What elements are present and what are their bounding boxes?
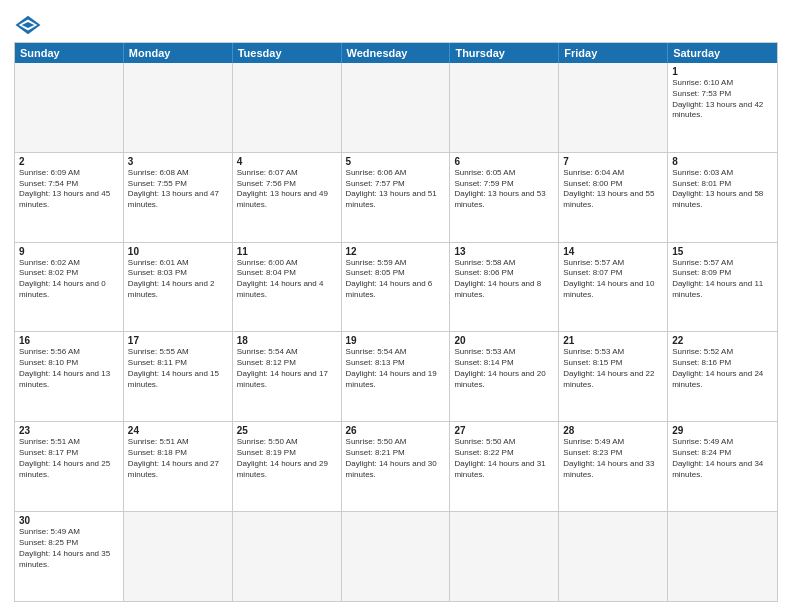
day-number: 13 <box>454 246 554 257</box>
cell-info: Sunrise: 6:09 AM Sunset: 7:54 PM Dayligh… <box>19 168 119 211</box>
cell-info: Sunrise: 5:49 AM Sunset: 8:25 PM Dayligh… <box>19 527 119 570</box>
cell-info: Sunrise: 5:51 AM Sunset: 8:18 PM Dayligh… <box>128 437 228 480</box>
day-number: 25 <box>237 425 337 436</box>
calendar-row-2: 9Sunrise: 6:02 AM Sunset: 8:02 PM Daylig… <box>15 243 777 333</box>
cell-info: Sunrise: 5:58 AM Sunset: 8:06 PM Dayligh… <box>454 258 554 301</box>
calendar-cell <box>233 512 342 601</box>
calendar-cell: 10Sunrise: 6:01 AM Sunset: 8:03 PM Dayli… <box>124 243 233 332</box>
calendar-cell: 8Sunrise: 6:03 AM Sunset: 8:01 PM Daylig… <box>668 153 777 242</box>
calendar-cell: 7Sunrise: 6:04 AM Sunset: 8:00 PM Daylig… <box>559 153 668 242</box>
calendar-cell <box>559 63 668 152</box>
calendar-cell: 27Sunrise: 5:50 AM Sunset: 8:22 PM Dayli… <box>450 422 559 511</box>
header <box>14 10 778 36</box>
calendar-cell: 30Sunrise: 5:49 AM Sunset: 8:25 PM Dayli… <box>15 512 124 601</box>
calendar-cell: 19Sunrise: 5:54 AM Sunset: 8:13 PM Dayli… <box>342 332 451 421</box>
calendar-cell <box>124 512 233 601</box>
day-number: 24 <box>128 425 228 436</box>
calendar-cell: 25Sunrise: 5:50 AM Sunset: 8:19 PM Dayli… <box>233 422 342 511</box>
header-day-sunday: Sunday <box>15 43 124 63</box>
calendar-row-3: 16Sunrise: 5:56 AM Sunset: 8:10 PM Dayli… <box>15 332 777 422</box>
cell-info: Sunrise: 6:04 AM Sunset: 8:00 PM Dayligh… <box>563 168 663 211</box>
day-number: 5 <box>346 156 446 167</box>
cell-info: Sunrise: 5:57 AM Sunset: 8:09 PM Dayligh… <box>672 258 773 301</box>
header-day-thursday: Thursday <box>450 43 559 63</box>
calendar-cell: 29Sunrise: 5:49 AM Sunset: 8:24 PM Dayli… <box>668 422 777 511</box>
header-day-tuesday: Tuesday <box>233 43 342 63</box>
calendar-cell <box>342 63 451 152</box>
calendar-cell <box>15 63 124 152</box>
cell-info: Sunrise: 5:50 AM Sunset: 8:21 PM Dayligh… <box>346 437 446 480</box>
header-day-monday: Monday <box>124 43 233 63</box>
logo-icon <box>14 14 42 36</box>
day-number: 19 <box>346 335 446 346</box>
cell-info: Sunrise: 5:59 AM Sunset: 8:05 PM Dayligh… <box>346 258 446 301</box>
calendar-cell: 9Sunrise: 6:02 AM Sunset: 8:02 PM Daylig… <box>15 243 124 332</box>
day-number: 22 <box>672 335 773 346</box>
calendar-cell: 18Sunrise: 5:54 AM Sunset: 8:12 PM Dayli… <box>233 332 342 421</box>
cell-info: Sunrise: 5:54 AM Sunset: 8:12 PM Dayligh… <box>237 347 337 390</box>
day-number: 23 <box>19 425 119 436</box>
cell-info: Sunrise: 5:55 AM Sunset: 8:11 PM Dayligh… <box>128 347 228 390</box>
day-number: 4 <box>237 156 337 167</box>
day-number: 14 <box>563 246 663 257</box>
calendar-cell: 28Sunrise: 5:49 AM Sunset: 8:23 PM Dayli… <box>559 422 668 511</box>
calendar-cell <box>450 512 559 601</box>
calendar-row-1: 2Sunrise: 6:09 AM Sunset: 7:54 PM Daylig… <box>15 153 777 243</box>
calendar-body: 1Sunrise: 6:10 AM Sunset: 7:53 PM Daylig… <box>15 63 777 601</box>
day-number: 20 <box>454 335 554 346</box>
calendar-cell <box>668 512 777 601</box>
calendar-cell: 26Sunrise: 5:50 AM Sunset: 8:21 PM Dayli… <box>342 422 451 511</box>
calendar-cell: 14Sunrise: 5:57 AM Sunset: 8:07 PM Dayli… <box>559 243 668 332</box>
cell-info: Sunrise: 5:53 AM Sunset: 8:14 PM Dayligh… <box>454 347 554 390</box>
day-number: 11 <box>237 246 337 257</box>
calendar-cell: 12Sunrise: 5:59 AM Sunset: 8:05 PM Dayli… <box>342 243 451 332</box>
calendar-cell <box>342 512 451 601</box>
day-number: 3 <box>128 156 228 167</box>
calendar-row-4: 23Sunrise: 5:51 AM Sunset: 8:17 PM Dayli… <box>15 422 777 512</box>
calendar-cell <box>559 512 668 601</box>
day-number: 29 <box>672 425 773 436</box>
calendar-cell: 4Sunrise: 6:07 AM Sunset: 7:56 PM Daylig… <box>233 153 342 242</box>
cell-info: Sunrise: 6:08 AM Sunset: 7:55 PM Dayligh… <box>128 168 228 211</box>
header-day-friday: Friday <box>559 43 668 63</box>
calendar-cell: 11Sunrise: 6:00 AM Sunset: 8:04 PM Dayli… <box>233 243 342 332</box>
header-day-saturday: Saturday <box>668 43 777 63</box>
calendar-cell: 6Sunrise: 6:05 AM Sunset: 7:59 PM Daylig… <box>450 153 559 242</box>
calendar-cell: 1Sunrise: 6:10 AM Sunset: 7:53 PM Daylig… <box>668 63 777 152</box>
cell-info: Sunrise: 6:00 AM Sunset: 8:04 PM Dayligh… <box>237 258 337 301</box>
calendar-cell <box>233 63 342 152</box>
day-number: 26 <box>346 425 446 436</box>
cell-info: Sunrise: 5:56 AM Sunset: 8:10 PM Dayligh… <box>19 347 119 390</box>
cell-info: Sunrise: 6:06 AM Sunset: 7:57 PM Dayligh… <box>346 168 446 211</box>
day-number: 9 <box>19 246 119 257</box>
calendar-row-0: 1Sunrise: 6:10 AM Sunset: 7:53 PM Daylig… <box>15 63 777 153</box>
calendar-header: SundayMondayTuesdayWednesdayThursdayFrid… <box>15 43 777 63</box>
logo <box>14 14 46 36</box>
cell-info: Sunrise: 6:07 AM Sunset: 7:56 PM Dayligh… <box>237 168 337 211</box>
calendar: SundayMondayTuesdayWednesdayThursdayFrid… <box>14 42 778 602</box>
day-number: 27 <box>454 425 554 436</box>
cell-info: Sunrise: 6:02 AM Sunset: 8:02 PM Dayligh… <box>19 258 119 301</box>
day-number: 8 <box>672 156 773 167</box>
cell-info: Sunrise: 6:03 AM Sunset: 8:01 PM Dayligh… <box>672 168 773 211</box>
day-number: 10 <box>128 246 228 257</box>
cell-info: Sunrise: 5:51 AM Sunset: 8:17 PM Dayligh… <box>19 437 119 480</box>
day-number: 17 <box>128 335 228 346</box>
calendar-cell: 2Sunrise: 6:09 AM Sunset: 7:54 PM Daylig… <box>15 153 124 242</box>
page: SundayMondayTuesdayWednesdayThursdayFrid… <box>0 0 792 612</box>
calendar-cell: 22Sunrise: 5:52 AM Sunset: 8:16 PM Dayli… <box>668 332 777 421</box>
day-number: 1 <box>672 66 773 77</box>
day-number: 2 <box>19 156 119 167</box>
cell-info: Sunrise: 5:57 AM Sunset: 8:07 PM Dayligh… <box>563 258 663 301</box>
day-number: 7 <box>563 156 663 167</box>
cell-info: Sunrise: 5:52 AM Sunset: 8:16 PM Dayligh… <box>672 347 773 390</box>
calendar-cell: 13Sunrise: 5:58 AM Sunset: 8:06 PM Dayli… <box>450 243 559 332</box>
cell-info: Sunrise: 5:54 AM Sunset: 8:13 PM Dayligh… <box>346 347 446 390</box>
calendar-cell: 23Sunrise: 5:51 AM Sunset: 8:17 PM Dayli… <box>15 422 124 511</box>
cell-info: Sunrise: 5:50 AM Sunset: 8:19 PM Dayligh… <box>237 437 337 480</box>
cell-info: Sunrise: 6:10 AM Sunset: 7:53 PM Dayligh… <box>672 78 773 121</box>
day-number: 16 <box>19 335 119 346</box>
calendar-cell: 21Sunrise: 5:53 AM Sunset: 8:15 PM Dayli… <box>559 332 668 421</box>
cell-info: Sunrise: 6:01 AM Sunset: 8:03 PM Dayligh… <box>128 258 228 301</box>
cell-info: Sunrise: 5:53 AM Sunset: 8:15 PM Dayligh… <box>563 347 663 390</box>
